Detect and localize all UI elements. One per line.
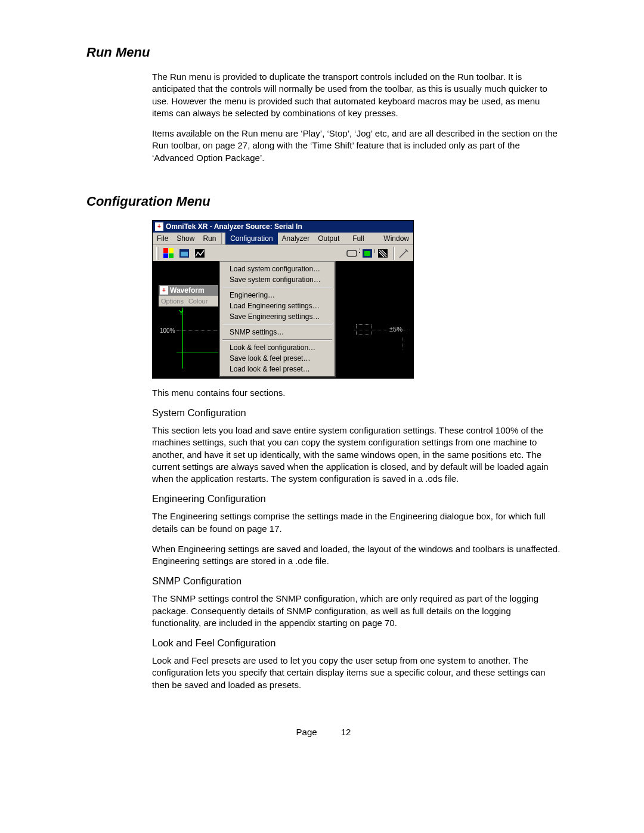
waveform-gridline-1 bbox=[177, 330, 218, 331]
waveform-icon: + bbox=[160, 286, 168, 295]
system-configuration-body: This section lets you load and save enti… bbox=[152, 425, 561, 485]
waveform-options[interactable]: Options bbox=[161, 298, 184, 305]
configuration-menu-screenshot: + OmniTek XR - Analyzer Source: Serial I… bbox=[152, 220, 414, 379]
scope-dotted-line-2 bbox=[402, 337, 408, 349]
engineering-configuration-body-2: When Engineering settings are saved and … bbox=[152, 543, 561, 568]
menu-item-save-look-feel[interactable]: Save look & feel preset… bbox=[221, 353, 333, 364]
waveform-vertical-axis bbox=[182, 308, 183, 368]
menu-item-load-look-feel[interactable]: Load look & feel preset… bbox=[221, 364, 333, 374]
heading-run-menu: Run Menu bbox=[86, 45, 561, 60]
toolbar-button-3[interactable] bbox=[193, 246, 207, 261]
svg-rect-2 bbox=[163, 253, 168, 258]
menu-item-engineering[interactable]: Engineering… bbox=[221, 290, 333, 301]
toolbar-button-right-1[interactable] bbox=[345, 246, 359, 261]
menu-full-screen[interactable]: Full Screen bbox=[348, 233, 379, 244]
toolbar-button-right-3[interactable] bbox=[376, 246, 390, 261]
toolbar-grip bbox=[156, 247, 159, 260]
menu-analyzer[interactable]: Analyzer bbox=[278, 233, 314, 244]
svg-rect-1 bbox=[169, 248, 174, 253]
scope-label-plus-minus-5: ±5% bbox=[389, 326, 402, 333]
engineering-configuration-body-1: The Engineering settings comprise the se… bbox=[152, 510, 561, 535]
run-menu-paragraph-1: The Run menu is provided to duplicate th… bbox=[152, 71, 561, 119]
footer-page-label: Page bbox=[296, 727, 317, 737]
heading-configuration-menu: Configuration Menu bbox=[86, 194, 561, 209]
toolbar-button-1[interactable] bbox=[162, 246, 176, 261]
waveform-panel: + Waveform Options Colour Y 100% bbox=[159, 285, 218, 368]
menu-show[interactable]: Show bbox=[172, 233, 199, 244]
menu-separator bbox=[221, 233, 224, 244]
waveform-gridline-2 bbox=[177, 352, 218, 352]
svg-rect-9 bbox=[364, 251, 370, 256]
waveform-100pct-label: 100% bbox=[160, 327, 175, 334]
window-title: OmniTek XR - Analyzer Source: Serial In bbox=[166, 222, 302, 231]
dropdown-separator-1 bbox=[222, 287, 332, 288]
dropdown-separator-3 bbox=[222, 339, 332, 340]
subheading-look-and-feel: Look and Feel Configuration bbox=[152, 637, 561, 649]
subheading-engineering-configuration: Engineering Configuration bbox=[152, 493, 561, 504]
look-and-feel-body: Look and Feel presets are used to let yo… bbox=[152, 655, 561, 691]
snmp-configuration-body: The SNMP settings control the SNMP confi… bbox=[152, 593, 561, 629]
run-menu-paragraph-2: Items available on the Run menu are ‘Pla… bbox=[152, 128, 561, 164]
waveform-body: Y 100% bbox=[159, 306, 218, 368]
waveform-titlebar: + Waveform bbox=[159, 285, 218, 296]
menu-item-load-system-config[interactable]: Load system configuration… bbox=[221, 264, 333, 274]
waveform-colour[interactable]: Colour bbox=[188, 298, 208, 305]
menu-configuration[interactable]: Configuration bbox=[225, 233, 277, 244]
window-titlebar: + OmniTek XR - Analyzer Source: Serial I… bbox=[153, 221, 413, 233]
svg-rect-0 bbox=[163, 248, 168, 253]
menu-item-look-feel-config[interactable]: Look & feel configuration… bbox=[221, 342, 333, 353]
toolbar bbox=[153, 245, 413, 262]
menu-output[interactable]: Output bbox=[314, 233, 343, 244]
waveform-title-text: Waveform bbox=[170, 286, 205, 295]
menu-item-save-engineering[interactable]: Save Engineering settings… bbox=[221, 311, 333, 322]
page-footer: Page 12 bbox=[86, 727, 561, 737]
menu-intro-text: This menu contains four sections. bbox=[152, 387, 561, 399]
svg-rect-6 bbox=[195, 249, 205, 258]
app-icon: + bbox=[155, 222, 163, 231]
svg-rect-7 bbox=[347, 250, 357, 256]
footer-page-number: 12 bbox=[341, 727, 351, 737]
menu-bar: File Show Run Configuration Analyzer Out… bbox=[153, 233, 413, 245]
toolbar-button-right-4[interactable] bbox=[397, 246, 411, 261]
menu-item-save-system-config[interactable]: Save system configuration… bbox=[221, 274, 333, 285]
scope-dotted-line bbox=[354, 330, 407, 330]
waveform-submenu: Options Colour bbox=[159, 296, 218, 307]
dropdown-separator-2 bbox=[222, 324, 332, 325]
svg-rect-5 bbox=[181, 252, 188, 256]
menu-run[interactable]: Run bbox=[199, 233, 220, 244]
menu-item-snmp-settings[interactable]: SNMP settings… bbox=[221, 327, 333, 337]
subheading-snmp-configuration: SNMP Configuration bbox=[152, 575, 561, 587]
toolbar-button-right-2[interactable] bbox=[360, 246, 374, 261]
configuration-dropdown: Load system configuration… Save system c… bbox=[219, 261, 336, 377]
menu-item-load-engineering[interactable]: Load Engineering settings… bbox=[221, 301, 333, 311]
work-area: + Waveform Options Colour Y 100% Load sy… bbox=[153, 261, 413, 378]
subheading-system-configuration: System Configuration bbox=[152, 407, 561, 419]
svg-rect-3 bbox=[169, 253, 174, 258]
toolbar-button-2[interactable] bbox=[177, 246, 191, 261]
toolbar-separator bbox=[393, 247, 395, 260]
menu-window[interactable]: Window bbox=[379, 233, 413, 244]
menu-file[interactable]: File bbox=[153, 233, 172, 244]
